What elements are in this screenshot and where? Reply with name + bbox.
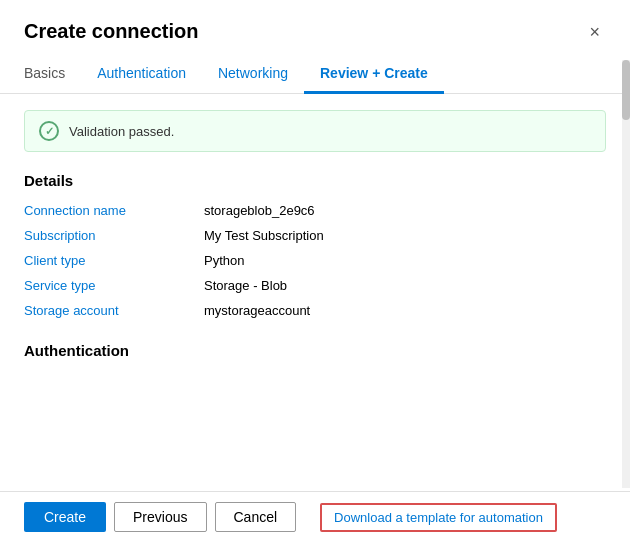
value-storage-account: mystorageaccount xyxy=(204,303,606,318)
dialog-body: Validation passed. Details Connection na… xyxy=(0,94,630,491)
download-template-button[interactable]: Download a template for automation xyxy=(320,503,557,532)
dialog-header: Create connection × xyxy=(0,0,630,57)
validation-message: Validation passed. xyxy=(69,124,174,139)
label-storage-account: Storage account xyxy=(24,303,204,318)
cancel-button[interactable]: Cancel xyxy=(215,502,297,532)
authentication-section-title: Authentication xyxy=(24,342,606,359)
value-client-type: Python xyxy=(204,253,606,268)
create-connection-dialog: Create connection × Basics Authenticatio… xyxy=(0,0,630,542)
value-connection-name: storageblob_2e9c6 xyxy=(204,203,606,218)
label-subscription: Subscription xyxy=(24,228,204,243)
label-service-type: Service type xyxy=(24,278,204,293)
scrollbar-thumb[interactable] xyxy=(622,60,630,120)
validation-check-icon xyxy=(39,121,59,141)
previous-button[interactable]: Previous xyxy=(114,502,206,532)
close-button[interactable]: × xyxy=(583,21,606,43)
validation-banner: Validation passed. xyxy=(24,110,606,152)
dialog-footer: Create Previous Cancel Download a templa… xyxy=(0,491,630,542)
details-grid: Connection name storageblob_2e9c6 Subscr… xyxy=(24,203,606,318)
tab-basics[interactable]: Basics xyxy=(24,57,81,94)
tab-review-create[interactable]: Review + Create xyxy=(304,57,444,94)
tabs-bar: Basics Authentication Networking Review … xyxy=(0,57,630,94)
create-button[interactable]: Create xyxy=(24,502,106,532)
dialog-title: Create connection xyxy=(24,20,198,43)
value-subscription: My Test Subscription xyxy=(204,228,606,243)
value-service-type: Storage - Blob xyxy=(204,278,606,293)
tab-authentication[interactable]: Authentication xyxy=(81,57,202,94)
tab-networking[interactable]: Networking xyxy=(202,57,304,94)
scrollbar[interactable] xyxy=(622,60,630,488)
label-client-type: Client type xyxy=(24,253,204,268)
label-connection-name: Connection name xyxy=(24,203,204,218)
details-section-title: Details xyxy=(24,172,606,189)
